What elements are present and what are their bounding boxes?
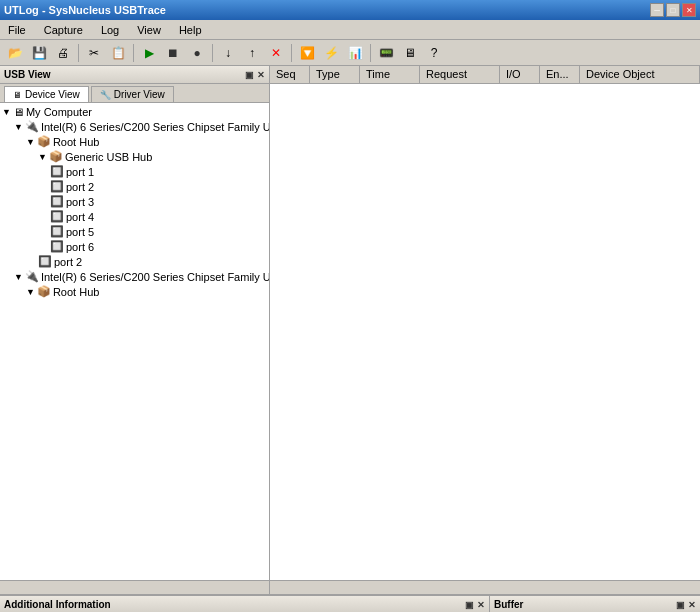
info-panel-close[interactable]: ✕ bbox=[477, 600, 485, 610]
tree-port2b[interactable]: 🔲 port 2 bbox=[2, 254, 267, 269]
tab-driver-label: Driver View bbox=[114, 89, 165, 100]
buffer-panel-float[interactable]: ▣ bbox=[676, 600, 685, 610]
info-panel-controls: ▣ ✕ bbox=[465, 600, 485, 610]
col-time: Time bbox=[360, 66, 420, 83]
toolbar-stop[interactable]: ⏹ bbox=[162, 42, 184, 64]
toolbar-sep2 bbox=[133, 44, 134, 62]
toolbar-copy[interactable]: 📋 bbox=[107, 42, 129, 64]
main-area: USB View ▣ ✕ 🖥 Device View 🔧 Driver View… bbox=[0, 66, 700, 594]
window-title: UTLog - SysNucleus USBTrace bbox=[4, 4, 166, 16]
root-hub2-icon: 📦 bbox=[37, 285, 51, 298]
toolbar-device[interactable]: 📟 bbox=[375, 42, 397, 64]
toolbar-cut[interactable]: ✂ bbox=[83, 42, 105, 64]
usb-view-title: USB View bbox=[4, 69, 51, 80]
menu-log[interactable]: Log bbox=[97, 22, 123, 38]
tree-root-hub2[interactable]: ▼ 📦 Root Hub bbox=[2, 284, 267, 299]
left-panel: USB View ▣ ✕ 🖥 Device View 🔧 Driver View… bbox=[0, 66, 270, 594]
port2-icon: 🔲 bbox=[50, 180, 64, 193]
toolbar-flash[interactable]: ⚡ bbox=[320, 42, 342, 64]
toolbar-chart[interactable]: 📊 bbox=[344, 42, 366, 64]
col-io: I/O bbox=[500, 66, 540, 83]
toolbar-sep5 bbox=[370, 44, 371, 62]
toolbar-down[interactable]: ↓ bbox=[217, 42, 239, 64]
usb-view-close[interactable]: ✕ bbox=[257, 70, 265, 80]
toolbar-help[interactable]: ? bbox=[423, 42, 445, 64]
right-panel: Seq Type Time Request I/O En... Device O… bbox=[270, 66, 700, 594]
toolbar-sep3 bbox=[212, 44, 213, 62]
tab-device-label: Device View bbox=[25, 89, 80, 100]
buffer-panel-controls: ▣ ✕ bbox=[676, 600, 696, 610]
menu-bar: File Capture Log View Help bbox=[0, 20, 700, 40]
tree-port2[interactable]: 🔲 port 2 bbox=[2, 179, 267, 194]
tree-root-hub1[interactable]: ▼ 📦 Root Hub bbox=[2, 134, 267, 149]
info-panel-header: Additional Information ▣ ✕ bbox=[0, 596, 489, 612]
toolbar-record[interactable]: ● bbox=[186, 42, 208, 64]
toolbar-open[interactable]: 📂 bbox=[4, 42, 26, 64]
usb-view-header: USB View ▣ ✕ bbox=[0, 66, 269, 84]
buffer-panel-close[interactable]: ✕ bbox=[688, 600, 696, 610]
menu-view[interactable]: View bbox=[133, 22, 165, 38]
right-panel-hscrollbar[interactable] bbox=[270, 580, 700, 594]
info-panel-float[interactable]: ▣ bbox=[465, 600, 474, 610]
device-view-icon: 🖥 bbox=[13, 90, 22, 100]
toolbar-sep4 bbox=[291, 44, 292, 62]
tree-port1[interactable]: 🔲 port 1 bbox=[2, 164, 267, 179]
intel2-icon: 🔌 bbox=[25, 270, 39, 283]
port2b-icon: 🔲 bbox=[38, 255, 52, 268]
trace-data-area bbox=[270, 84, 700, 580]
tree-intel1[interactable]: ▼ 🔌 Intel(R) 6 Series/C200 Series Chipse… bbox=[2, 119, 267, 134]
toolbar-info[interactable]: 🖥 bbox=[399, 42, 421, 64]
tree-my-computer[interactable]: ▼ 🖥 My Computer bbox=[2, 105, 267, 119]
port1-icon: 🔲 bbox=[50, 165, 64, 178]
tree-port3[interactable]: 🔲 port 3 bbox=[2, 194, 267, 209]
port4-icon: 🔲 bbox=[50, 210, 64, 223]
toolbar-up[interactable]: ↑ bbox=[241, 42, 263, 64]
toolbar-save[interactable]: 💾 bbox=[28, 42, 50, 64]
buffer-panel: Buffer ▣ ✕ Offset Hex Ascii bbox=[490, 596, 700, 612]
toolbar-print[interactable]: 🖨 bbox=[52, 42, 74, 64]
tree-port6[interactable]: 🔲 port 6 bbox=[2, 239, 267, 254]
toolbar-sep1 bbox=[78, 44, 79, 62]
generic-hub-icon: 📦 bbox=[49, 150, 63, 163]
usb-view-controls: ▣ ✕ bbox=[245, 70, 265, 80]
driver-view-icon: 🔧 bbox=[100, 90, 111, 100]
my-computer-icon: 🖥 bbox=[13, 106, 24, 118]
toolbar: 📂 💾 🖨 ✂ 📋 ▶ ⏹ ● ↓ ↑ ✕ 🔽 ⚡ 📊 📟 🖥 ? bbox=[0, 40, 700, 66]
close-button[interactable]: ✕ bbox=[682, 3, 696, 17]
col-type: Type bbox=[310, 66, 360, 83]
maximize-button[interactable]: □ bbox=[666, 3, 680, 17]
col-device: Device Object bbox=[580, 66, 700, 83]
toolbar-filter[interactable]: 🔽 bbox=[296, 42, 318, 64]
buffer-panel-title: Buffer bbox=[494, 599, 523, 610]
port5-icon: 🔲 bbox=[50, 225, 64, 238]
col-request: Request bbox=[420, 66, 500, 83]
device-driver-tabs: 🖥 Device View 🔧 Driver View bbox=[0, 84, 269, 103]
info-panel-title: Additional Information bbox=[4, 599, 111, 610]
tab-device-view[interactable]: 🖥 Device View bbox=[4, 86, 89, 102]
tab-driver-view[interactable]: 🔧 Driver View bbox=[91, 86, 174, 102]
toolbar-start[interactable]: ▶ bbox=[138, 42, 160, 64]
port6-icon: 🔲 bbox=[50, 240, 64, 253]
port3-icon: 🔲 bbox=[50, 195, 64, 208]
menu-file[interactable]: File bbox=[4, 22, 30, 38]
toolbar-delete[interactable]: ✕ bbox=[265, 42, 287, 64]
tree-intel2[interactable]: ▼ 🔌 Intel(R) 6 Series/C200 Series Chipse… bbox=[2, 269, 267, 284]
intel1-icon: 🔌 bbox=[25, 120, 39, 133]
buffer-panel-header: Buffer ▣ ✕ bbox=[490, 596, 700, 612]
title-bar: UTLog - SysNucleus USBTrace ─ □ ✕ bbox=[0, 0, 700, 20]
device-tree[interactable]: ▼ 🖥 My Computer ▼ 🔌 Intel(R) 6 Series/C2… bbox=[0, 103, 269, 580]
menu-capture[interactable]: Capture bbox=[40, 22, 87, 38]
col-en: En... bbox=[540, 66, 580, 83]
tree-port4[interactable]: 🔲 port 4 bbox=[2, 209, 267, 224]
menu-help[interactable]: Help bbox=[175, 22, 206, 38]
window-controls: ─ □ ✕ bbox=[650, 3, 696, 17]
bottom-area: Additional Information ▣ ✕ ℹ Info System… bbox=[0, 594, 700, 612]
trace-column-headers: Seq Type Time Request I/O En... Device O… bbox=[270, 66, 700, 84]
minimize-button[interactable]: ─ bbox=[650, 3, 664, 17]
info-panel: Additional Information ▣ ✕ ℹ Info System… bbox=[0, 596, 490, 612]
tree-generic-hub[interactable]: ▼ 📦 Generic USB Hub bbox=[2, 149, 267, 164]
col-seq: Seq bbox=[270, 66, 310, 83]
tree-port5[interactable]: 🔲 port 5 bbox=[2, 224, 267, 239]
usb-view-float[interactable]: ▣ bbox=[245, 70, 254, 80]
left-panel-hscrollbar[interactable] bbox=[0, 580, 269, 594]
